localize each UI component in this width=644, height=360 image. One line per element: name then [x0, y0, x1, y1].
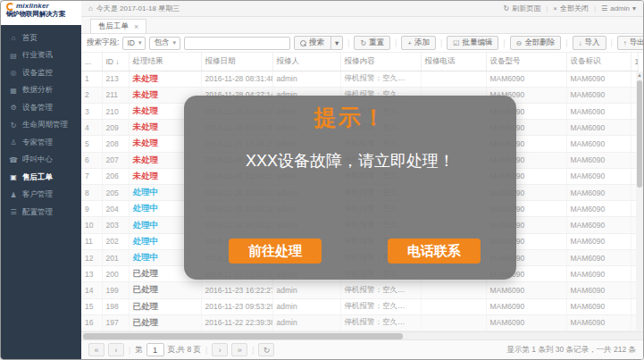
- cell-rownum: 15: [81, 298, 102, 314]
- cell-rownum: 8: [81, 185, 102, 201]
- scrollbar-thumb[interactable]: [83, 333, 403, 339]
- username: admin: [610, 4, 630, 13]
- sidebar-item-7[interactable]: ☎呼叫中心: [1, 152, 81, 170]
- cell-status: 已处理: [129, 298, 201, 314]
- column-header-7: 设备型号: [486, 53, 566, 71]
- user-menu[interactable]: ☰ admin ▾: [601, 4, 636, 13]
- sidebar-item-3[interactable]: ▦数据分析: [1, 82, 81, 100]
- sidebar-item-0[interactable]: ⌂首页: [1, 29, 81, 47]
- scroll-up-icon[interactable]: ▲: [636, 71, 643, 79]
- cell-phone: [421, 314, 486, 331]
- search-caret[interactable]: ▾: [330, 37, 342, 49]
- sidebar-item-label: 售后工单: [22, 172, 53, 183]
- sidebar-item-9[interactable]: ♟客户管理: [1, 187, 81, 205]
- sidebar-item-5[interactable]: ↻生命周期管理: [1, 117, 81, 135]
- last-page-button[interactable]: »: [231, 343, 247, 356]
- sidebar-item-label: 专家管理: [22, 138, 53, 148]
- cell-status: 已处理: [129, 282, 201, 298]
- tab-after-sales[interactable]: 售后工单 ×: [90, 19, 146, 33]
- cell-id: 199: [102, 282, 129, 298]
- search-field-label: 搜索字段:: [87, 38, 119, 48]
- import-button[interactable]: ↓ 导入: [573, 36, 606, 50]
- column-header-0: ...: [81, 53, 102, 71]
- sidebar-item-6[interactable]: ♙专家管理: [1, 134, 81, 152]
- search-operator-select[interactable]: 包含 ▾: [149, 37, 180, 50]
- sidebar-item-label: 生命周期管理: [22, 120, 68, 130]
- search-field-select[interactable]: ID ▾: [122, 37, 146, 50]
- scrollbar-thumb[interactable]: [637, 80, 642, 188]
- horizontal-scrollbar[interactable]: [81, 331, 643, 339]
- cell-date: 2016-11-23 09:53:29: [201, 298, 272, 314]
- column-header-4: 报修人: [272, 53, 340, 71]
- cell-date: 2016-11-22 22:39:38: [201, 314, 272, 331]
- sidebar-item-label: 行业资讯: [22, 50, 53, 61]
- cell-rownum: 11: [81, 233, 102, 249]
- tabbar: 售后工单 ×: [81, 17, 643, 34]
- cell-tag: MAM6090: [566, 152, 631, 168]
- delete-all-button[interactable]: ⊖ 全部删除: [510, 36, 562, 50]
- reset-icon: ↻: [360, 39, 366, 47]
- divider: |: [440, 38, 442, 47]
- batch-edit-label: 批量编辑: [462, 38, 492, 48]
- sidebar-item-4[interactable]: ⚙设备管理: [1, 99, 81, 117]
- vertical-scrollbar[interactable]: ▲: [636, 71, 643, 331]
- solution-tagline: 锅炉物联网解决方案: [6, 11, 72, 18]
- table-row[interactable]: 14199已处理2016-11-23 16:22:27admin停机报警：空久……: [81, 282, 638, 298]
- sidebar-item-10[interactable]: ☰配置管理: [1, 204, 81, 222]
- prev-page-button[interactable]: ‹: [108, 343, 124, 356]
- cell-id: 209: [102, 120, 129, 136]
- column-header-1[interactable]: ID ↓: [102, 53, 129, 71]
- first-page-button[interactable]: «: [88, 343, 105, 356]
- modal-title: 提示！: [184, 103, 516, 132]
- cell-phone: [421, 282, 486, 298]
- export-button[interactable]: ↑ 导出: [617, 36, 644, 50]
- cell-tag: MAM6090: [566, 282, 631, 298]
- refresh-table-button[interactable]: ↻: [258, 343, 274, 356]
- cell-rownum: 5: [81, 136, 102, 152]
- lifecycle-icon: ↻: [9, 121, 18, 130]
- column-header-6: 报修电话: [421, 53, 486, 71]
- news-icon: ▤: [9, 52, 18, 60]
- cell-date: 2016-11-28 08:31:48: [201, 71, 272, 87]
- sidebar-item-label: 数据分析: [22, 85, 53, 96]
- edit-icon: ☑: [453, 39, 459, 47]
- minus-circle-icon: ⊖: [516, 39, 523, 47]
- add-button[interactable]: + 添加: [401, 36, 436, 50]
- menu-icon: ☰: [601, 4, 607, 13]
- sidebar-item-2[interactable]: ◎设备监控: [1, 64, 81, 82]
- table-row[interactable]: 15198已处理2016-11-23 09:53:29admin停机报警：空久……: [81, 298, 638, 314]
- search-input[interactable]: [184, 37, 290, 50]
- cell-tag: MAM6090: [566, 249, 631, 265]
- sidebar-item-1[interactable]: ▤行业资讯: [1, 47, 81, 65]
- cell-rownum: 4: [81, 120, 102, 136]
- chevron-down-icon: ▾: [138, 39, 142, 46]
- search-button[interactable]: 搜索 ▾: [294, 36, 343, 50]
- arrow-down-icon: ↓: [579, 39, 582, 47]
- cell-phone: [421, 71, 486, 87]
- page-prefix: 第: [135, 345, 143, 356]
- cell-rownum: 16: [81, 314, 102, 331]
- cell-id: 211: [102, 87, 129, 103]
- page-number-input[interactable]: [146, 343, 164, 356]
- divider: |: [347, 38, 349, 47]
- cell-tag: MAM6090: [566, 136, 631, 152]
- refresh-page-button[interactable]: ↻ 刷新页面: [503, 4, 540, 13]
- next-page-button[interactable]: ›: [212, 343, 228, 356]
- tab-close-icon[interactable]: ×: [134, 22, 138, 31]
- records-summary: 显示第 1 条到 30 条记录，一共 212 条: [506, 345, 636, 356]
- phone-contact-button[interactable]: 电话联系: [388, 239, 481, 264]
- column-header-8: 设备标识: [566, 53, 631, 71]
- table-row[interactable]: 16197已处理2016-11-22 22:39:38admin停机报警：空久……: [81, 314, 638, 331]
- cell-rownum: 14: [81, 282, 102, 298]
- cell-content: 停机报警：空久…: [340, 71, 421, 87]
- cell-id: 210: [102, 103, 129, 119]
- sidebar-item-8[interactable]: ▣售后工单: [1, 169, 81, 187]
- table-row[interactable]: 1213未处理2016-11-28 08:31:48admin停机报警：空久…M…: [81, 71, 638, 87]
- batch-edit-button[interactable]: ☑ 批量编辑: [447, 36, 498, 50]
- column-header-5: 报修内容: [340, 53, 421, 71]
- reset-button[interactable]: ↻ 重置: [354, 36, 390, 50]
- go-handle-button[interactable]: 前往处理: [229, 239, 322, 264]
- export-label: 导出: [630, 38, 644, 48]
- close-all-button[interactable]: × 全部关闭: [553, 4, 589, 13]
- cell-status: 已处理: [129, 314, 201, 331]
